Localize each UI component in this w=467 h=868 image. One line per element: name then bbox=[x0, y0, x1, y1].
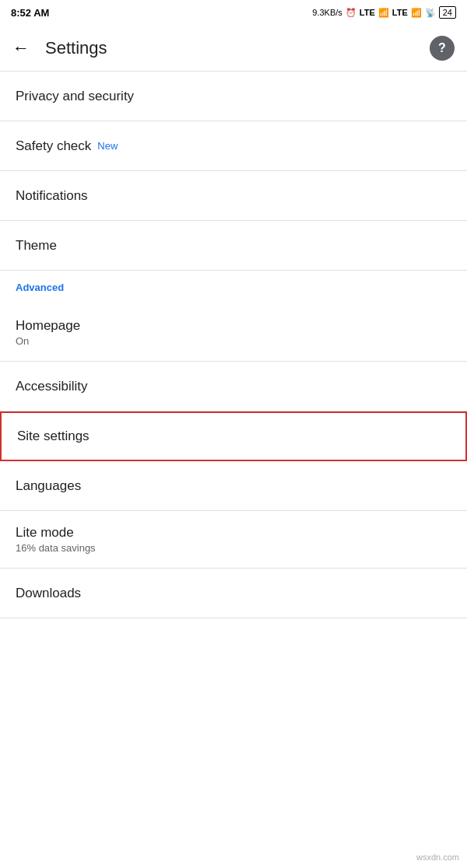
settings-item-privacy-security[interactable]: Privacy and security bbox=[0, 72, 467, 121]
safety-check-label: Safety check bbox=[16, 138, 91, 154]
advanced-section-label: Advanced bbox=[0, 271, 467, 304]
settings-item-downloads[interactable]: Downloads bbox=[0, 569, 467, 618]
help-button[interactable]: ? bbox=[430, 36, 455, 61]
app-header: ← Settings ? bbox=[0, 25, 467, 72]
settings-item-lite-mode[interactable]: Lite mode 16% data savings bbox=[0, 511, 467, 569]
languages-label: Languages bbox=[16, 478, 451, 494]
settings-item-languages[interactable]: Languages bbox=[0, 461, 467, 511]
settings-item-site-settings[interactable]: Site settings bbox=[0, 411, 467, 461]
settings-item-theme[interactable]: Theme bbox=[0, 221, 467, 271]
signal2-icon: 📶 bbox=[411, 8, 422, 18]
page-title: Settings bbox=[45, 38, 430, 58]
network-speed: 9.3KB/s bbox=[312, 8, 342, 17]
alarm-icon: ⏰ bbox=[346, 8, 356, 18]
accessibility-label: Accessibility bbox=[16, 379, 451, 394]
watermark: wsxdn.com bbox=[416, 852, 459, 862]
lite-mode-subtitle: 16% data savings bbox=[16, 542, 451, 554]
downloads-label: Downloads bbox=[16, 586, 451, 601]
settings-list: Privacy and security Safety check New No… bbox=[0, 72, 467, 618]
lte-icon: LTE bbox=[360, 8, 375, 17]
settings-item-accessibility[interactable]: Accessibility bbox=[0, 362, 467, 411]
privacy-security-label: Privacy and security bbox=[16, 89, 134, 104]
settings-item-homepage[interactable]: Homepage On bbox=[0, 304, 467, 362]
status-time: 8:52 AM bbox=[11, 7, 49, 19]
back-button[interactable]: ← bbox=[12, 38, 30, 58]
safety-check-badge: New bbox=[97, 140, 118, 152]
battery-icon: 24 bbox=[439, 6, 456, 19]
notifications-label: Notifications bbox=[16, 188, 88, 204]
status-right: 9.3KB/s ⏰ LTE 📶 LTE 📶 📡 24 bbox=[312, 6, 456, 19]
homepage-subtitle: On bbox=[16, 335, 451, 347]
homepage-label: Homepage bbox=[16, 318, 451, 334]
lite-mode-label: Lite mode bbox=[16, 525, 451, 541]
wifi-icon: 📡 bbox=[425, 8, 436, 18]
signal-icon: 📶 bbox=[378, 8, 389, 18]
lte2-icon: LTE bbox=[392, 8, 408, 17]
theme-label: Theme bbox=[16, 238, 57, 254]
site-settings-label: Site settings bbox=[17, 429, 450, 444]
settings-item-notifications[interactable]: Notifications bbox=[0, 171, 467, 221]
status-bar: 8:52 AM 9.3KB/s ⏰ LTE 📶 LTE 📶 📡 24 bbox=[0, 0, 467, 25]
settings-item-safety-check[interactable]: Safety check New bbox=[0, 121, 467, 171]
